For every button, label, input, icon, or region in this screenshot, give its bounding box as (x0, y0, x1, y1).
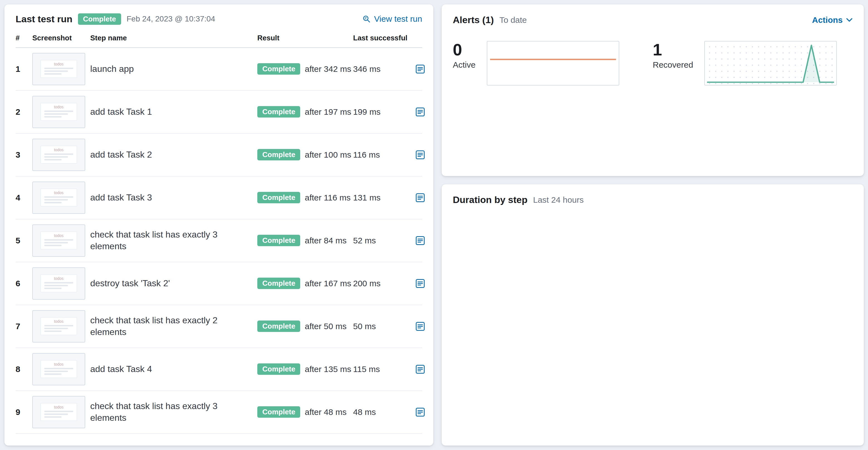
step-number: 8 (16, 364, 32, 374)
step-screenshot[interactable]: todos (32, 353, 85, 385)
performance-breakdown-icon[interactable] (415, 150, 425, 160)
active-alerts-stat: 0 Active (453, 41, 653, 86)
screenshot-thumbnail: todos (40, 360, 77, 378)
performance-breakdown-icon[interactable] (415, 193, 425, 202)
step-number: 3 (16, 150, 32, 160)
col-header-number: # (16, 34, 32, 42)
step-name[interactable]: check that task list has exactly 3 eleme… (90, 229, 257, 252)
recovered-alerts-count: 1 (653, 41, 693, 59)
step-duration: after 100 ms (305, 150, 351, 160)
last-successful-duration: 200 ms (353, 279, 415, 288)
alerts-actions-label: Actions (812, 15, 843, 25)
inspect-icon (362, 15, 371, 23)
step-status-badge: Complete (257, 406, 300, 418)
last-successful-duration: 131 ms (353, 193, 415, 202)
thumbnail-app-title: todos (44, 277, 73, 281)
col-header-last-successful: Last successful (353, 34, 415, 42)
table-row: 6 todos destroy task 'Task 2' Complete a… (16, 262, 422, 305)
alerts-panel: Alerts (1) To date Actions 0 Active (442, 4, 864, 176)
alerts-actions-button[interactable]: Actions (812, 15, 853, 25)
steps-table-body: 1 todos launch app Complete after 342 ms… (16, 48, 422, 434)
step-duration: after 48 ms (305, 408, 346, 417)
duration-chart-plot[interactable] (485, 214, 737, 355)
col-header-step-name: Step name (90, 34, 257, 42)
step-duration: after 342 ms (305, 64, 351, 74)
step-screenshot[interactable]: todos (32, 53, 85, 85)
step-name[interactable]: add task Task 1 (90, 106, 257, 118)
step-screenshot[interactable]: todos (32, 182, 85, 214)
duration-chart-y-axis (453, 214, 485, 355)
last-successful-duration: 199 ms (353, 107, 415, 117)
performance-breakdown-icon[interactable] (415, 236, 425, 245)
last-successful-duration: 52 ms (353, 236, 415, 245)
performance-breakdown-icon[interactable] (415, 64, 425, 74)
step-name[interactable]: check that task list has exactly 2 eleme… (90, 315, 257, 338)
thumbnail-app-title: todos (44, 148, 73, 152)
thumbnail-app-title: todos (44, 191, 73, 195)
recovered-alerts-sparkline (704, 41, 837, 86)
step-duration: after 50 ms (305, 322, 346, 331)
thumbnail-app-title: todos (44, 105, 73, 109)
step-name[interactable]: check that task list has exactly 3 eleme… (90, 400, 257, 423)
last-successful-duration: 116 ms (353, 150, 415, 160)
recovered-alerts-stat: 1 Recovered (653, 41, 853, 86)
step-status-badge: Complete (257, 149, 300, 160)
step-duration: after 135 ms (305, 364, 351, 374)
step-screenshot[interactable]: todos (32, 96, 85, 128)
thumbnail-app-title: todos (44, 362, 73, 366)
step-name[interactable]: destroy task 'Task 2' (90, 278, 257, 289)
run-timestamp: Feb 24, 2023 @ 10:37:04 (127, 14, 215, 23)
view-test-run-link[interactable]: View test run (362, 14, 422, 24)
step-duration: after 116 ms (305, 193, 350, 202)
last-successful-duration: 50 ms (353, 322, 415, 331)
table-row: 3 todos add task Task 2 Complete after 1… (16, 134, 422, 176)
performance-breakdown-icon[interactable] (415, 364, 425, 374)
last-test-run-title: Last test run (16, 14, 72, 25)
screenshot-thumbnail: todos (40, 274, 77, 292)
step-status-badge: Complete (257, 235, 300, 246)
last-successful-duration: 48 ms (353, 408, 415, 417)
step-screenshot[interactable]: todos (32, 396, 85, 428)
step-name[interactable]: add task Task 4 (90, 363, 257, 375)
step-name[interactable]: add task Task 3 (90, 192, 257, 203)
step-screenshot[interactable]: todos (32, 139, 85, 171)
step-number: 1 (16, 64, 32, 74)
step-duration: after 197 ms (305, 107, 351, 117)
alerts-subtitle: To date (499, 15, 527, 25)
step-number: 4 (16, 193, 32, 202)
performance-breakdown-icon[interactable] (415, 279, 425, 288)
step-duration: after 84 ms (305, 236, 346, 245)
duration-subtitle: Last 24 hours (533, 195, 584, 205)
table-row: 1 todos launch app Complete after 342 ms… (16, 48, 422, 91)
thumbnail-app-title: todos (44, 319, 73, 324)
thumbnail-app-title: todos (44, 62, 73, 66)
col-header-screenshot: Screenshot (32, 34, 90, 42)
step-name[interactable]: add task Task 2 (90, 149, 257, 161)
alerts-title: Alerts (1) (453, 14, 494, 25)
performance-breakdown-icon[interactable] (415, 408, 425, 417)
screenshot-thumbnail: todos (40, 403, 77, 421)
step-screenshot[interactable]: todos (32, 310, 85, 343)
screenshot-thumbnail: todos (40, 231, 77, 250)
duration-by-step-panel: Duration by step Last 24 hours (442, 184, 864, 446)
chevron-down-icon (846, 18, 853, 22)
duration-title: Duration by step (453, 194, 527, 205)
table-row: 7 todos check that task list has exactly… (16, 305, 422, 348)
table-row: 9 todos check that task list has exactly… (16, 391, 422, 434)
screenshot-thumbnail: todos (40, 317, 77, 335)
step-screenshot[interactable]: todos (32, 267, 85, 300)
step-status-badge: Complete (257, 63, 300, 75)
step-duration: after 167 ms (305, 279, 351, 288)
steps-table-header: # Screenshot Step name Result Last succe… (16, 25, 422, 48)
step-screenshot[interactable]: todos (32, 224, 85, 257)
step-number: 7 (16, 322, 32, 331)
step-name[interactable]: launch app (90, 63, 257, 75)
active-alerts-count: 0 (453, 41, 476, 59)
performance-breakdown-icon[interactable] (415, 107, 425, 117)
table-row: 8 todos add task Task 4 Complete after 1… (16, 348, 422, 391)
recovered-alerts-label: Recovered (653, 60, 693, 70)
performance-breakdown-icon[interactable] (415, 322, 425, 331)
step-status-badge: Complete (257, 363, 300, 375)
run-status-badge: Complete (78, 13, 121, 25)
table-row: 2 todos add task Task 1 Complete after 1… (16, 91, 422, 134)
